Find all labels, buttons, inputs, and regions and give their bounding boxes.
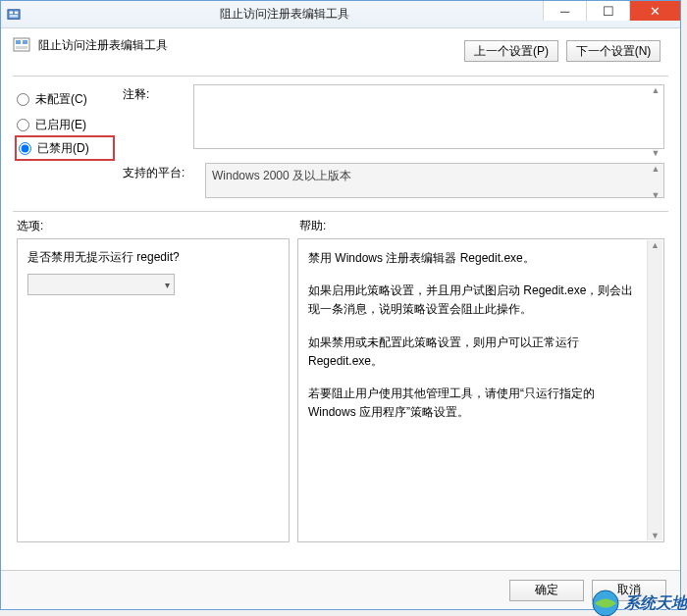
comment-label: 注释:: [123, 84, 182, 159]
comment-textarea[interactable]: [193, 84, 664, 149]
radio-disabled-input[interactable]: [19, 142, 31, 155]
divider: [13, 76, 668, 77]
scrollbar[interactable]: ▲ ▼: [647, 240, 662, 540]
minimize-button[interactable]: ─: [543, 1, 586, 21]
supported-on-label: 支持的平台:: [123, 163, 193, 201]
scroll-up-icon: ▲: [648, 240, 662, 250]
dialog-footer: 确定 取消: [1, 570, 680, 609]
platform-row: 支持的平台: ▲ ▼: [13, 159, 668, 201]
nav-buttons: 上一个设置(P) 下一个设置(N): [464, 40, 661, 62]
comment-field-wrap: ▲ ▼: [193, 84, 664, 159]
svg-rect-7: [16, 46, 27, 49]
svg-rect-4: [14, 38, 29, 51]
radio-not-configured-label: 未配置(C): [35, 91, 87, 108]
radio-group: 未配置(C) 已启用(E) 已禁用(D): [17, 84, 111, 159]
radio-enabled-label: 已启用(E): [35, 117, 86, 133]
svg-rect-5: [16, 40, 21, 44]
top-row: 未配置(C) 已启用(E) 已禁用(D) 注释: ▲ ▼: [13, 84, 668, 159]
cancel-button[interactable]: 取消: [592, 580, 666, 601]
title-bar: 阻止访问注册表编辑工具 ─ ☐ ✕: [1, 1, 680, 28]
supported-on-wrap: ▲ ▼: [205, 163, 664, 201]
window-title: 阻止访问注册表编辑工具: [26, 6, 543, 23]
radio-enabled[interactable]: 已启用(E): [17, 112, 111, 137]
option-question: 是否禁用无提示运行 regedit?: [27, 249, 279, 266]
svg-rect-6: [23, 40, 27, 44]
dialog-window: 阻止访问注册表编辑工具 ─ ☐ ✕ 阻止访问注册表编辑工具 上一个设置(P) 下…: [0, 0, 681, 610]
close-button[interactable]: ✕: [629, 1, 680, 21]
maximize-button[interactable]: ☐: [586, 1, 629, 21]
panels: 是否禁用无提示运行 regedit? ▾ 禁用 Windows 注册表编辑器 R…: [13, 238, 668, 542]
next-setting-button[interactable]: 下一个设置(N): [566, 40, 661, 62]
options-label: 选项:: [17, 218, 299, 234]
options-panel: 是否禁用无提示运行 regedit? ▾: [17, 238, 290, 542]
svg-rect-1: [10, 11, 14, 14]
scroll-down-icon: ▼: [648, 531, 662, 540]
policy-icon: [13, 36, 30, 54]
svg-rect-0: [8, 9, 20, 19]
chevron-down-icon: ▾: [165, 280, 170, 290]
section-labels: 选项: 帮助:: [13, 212, 668, 238]
svg-rect-2: [15, 11, 19, 14]
help-paragraph: 如果启用此策略设置，并且用户试图启动 Regedit.exe，则会出现一条消息，…: [308, 282, 642, 319]
option-dropdown[interactable]: ▾: [27, 274, 175, 295]
scroll-down-icon: ▼: [648, 148, 663, 158]
policy-name: 阻止访问注册表编辑工具: [38, 37, 168, 54]
radio-not-configured-input[interactable]: [17, 93, 29, 106]
help-label: 帮助:: [299, 218, 326, 234]
prev-setting-button[interactable]: 上一个设置(P): [464, 40, 558, 62]
supported-on-text: [205, 163, 664, 198]
content-area: 阻止访问注册表编辑工具 上一个设置(P) 下一个设置(N) 未配置(C) 已启用…: [1, 28, 680, 542]
radio-disabled[interactable]: 已禁用(D): [15, 135, 115, 161]
help-paragraph: 如果禁用或未配置此策略设置，则用户可以正常运行 Regedit.exe。: [308, 334, 642, 371]
radio-enabled-input[interactable]: [17, 119, 29, 131]
app-icon: [7, 8, 21, 22]
svg-rect-3: [10, 15, 19, 18]
window-controls: ─ ☐ ✕: [543, 1, 680, 27]
help-paragraph: 禁用 Windows 注册表编辑器 Regedit.exe。: [308, 249, 642, 268]
help-paragraph: 若要阻止用户使用其他管理工具，请使用“只运行指定的 Windows 应用程序”策…: [308, 385, 642, 422]
radio-disabled-label: 已禁用(D): [37, 140, 89, 157]
radio-not-configured[interactable]: 未配置(C): [17, 86, 111, 112]
help-text: 禁用 Windows 注册表编辑器 Regedit.exe。 如果启用此策略设置…: [308, 249, 642, 422]
ok-button[interactable]: 确定: [509, 580, 584, 601]
help-panel: 禁用 Windows 注册表编辑器 Regedit.exe。 如果启用此策略设置…: [297, 238, 664, 542]
